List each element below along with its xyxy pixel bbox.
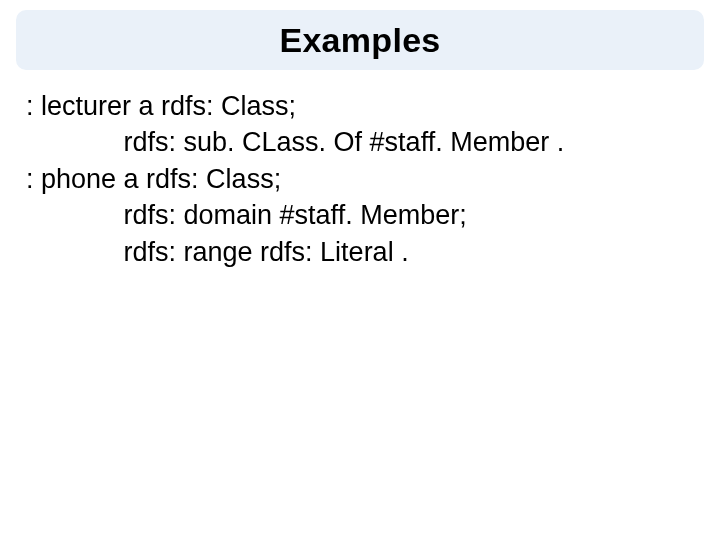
content-line-4: : phone a rdfs: Class; (26, 161, 700, 197)
slide-title: Examples (279, 21, 440, 60)
content-line-2: rdfs: sub. CLass. Of #staff. Member . (26, 124, 700, 160)
slide-content: : lecturer a rdfs: Class; rdfs: sub. CLa… (26, 88, 700, 270)
title-box: Examples (16, 10, 704, 70)
content-line-6: rdfs: range rdfs: Literal . (26, 234, 700, 270)
content-line-5: rdfs: domain #staff. Member; (26, 197, 700, 233)
slide: Examples : lecturer a rdfs: Class; rdfs:… (0, 0, 720, 540)
content-line-1: : lecturer a rdfs: Class; (26, 88, 700, 124)
